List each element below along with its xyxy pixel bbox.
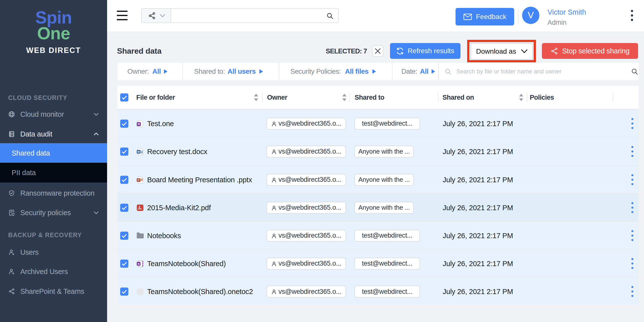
svg-text:P: P bbox=[138, 178, 140, 182]
svg-text:W: W bbox=[138, 150, 140, 153]
svg-text:N: N bbox=[138, 262, 140, 265]
svg-text:N: N bbox=[138, 122, 140, 126]
